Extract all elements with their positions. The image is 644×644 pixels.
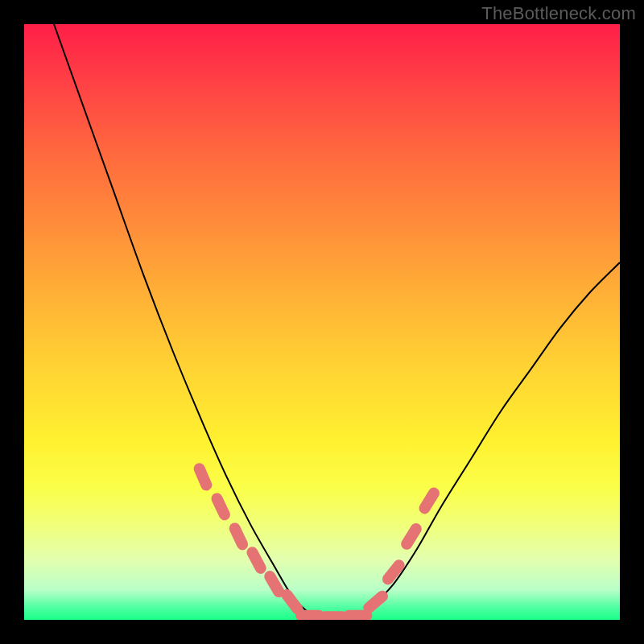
watermark-text: TheBottleneck.com xyxy=(481,3,636,24)
curve-marker xyxy=(270,576,279,592)
curve-marker xyxy=(388,565,399,579)
curve-left-branch xyxy=(54,24,322,620)
curve-marker xyxy=(369,597,382,608)
curve-marker xyxy=(287,595,297,609)
curve-right-branch xyxy=(322,262,620,620)
curve-marker xyxy=(235,528,242,544)
chart-svg xyxy=(24,24,620,620)
curve-marker xyxy=(424,493,434,509)
curve-marker xyxy=(217,498,225,514)
curve-marker xyxy=(407,529,416,544)
curve-marker xyxy=(200,469,207,485)
curve-marker xyxy=(252,552,260,568)
curve-markers xyxy=(200,469,434,617)
